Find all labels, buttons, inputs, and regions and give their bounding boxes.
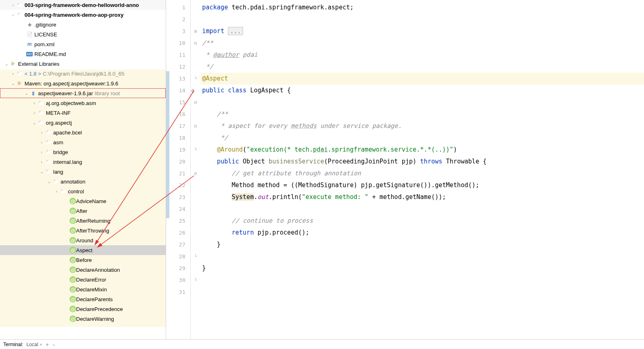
expand-arrow-icon[interactable]: ›	[38, 130, 45, 135]
code-line[interactable]: // get attribute through annotation	[200, 168, 644, 179]
tree-item-label: Aspect	[76, 247, 92, 253]
expand-arrow-icon[interactable]: ›	[31, 111, 38, 115]
terminal-bar[interactable]: Terminal: Local × + ⌄	[0, 339, 644, 349]
code-line[interactable]: Method method = ((MethodSignature) pjp.g…	[200, 179, 644, 191]
code-line[interactable]: System.out.println("execute method: " + …	[200, 191, 644, 203]
tree-item-label: pom.xml	[34, 41, 54, 47]
tree-item-asm[interactable]: ›asm	[0, 137, 166, 147]
tree-item--gitignore[interactable]: .gitignore	[0, 20, 166, 29]
tree-item-aspectjweaver-1-9-6-jar[interactable]: ⌄▮aspectjweaver-1.9.6.jarlibrary root	[0, 88, 166, 98]
library-icon	[10, 60, 16, 67]
code-line[interactable]: * @author pdai	[200, 49, 644, 61]
expand-arrow-icon[interactable]: ›	[10, 13, 16, 17]
tree-item-before[interactable]: @Before	[0, 255, 166, 265]
tree-item-annotation[interactable]: ⌄annotation	[0, 177, 166, 186]
code-line[interactable]: return pjp.proceed();	[200, 227, 644, 239]
code-line[interactable]	[200, 13, 644, 25]
code-line[interactable]	[200, 286, 644, 298]
tree-item-lang[interactable]: ⌄lang	[0, 167, 166, 177]
tree-item-004-spring-framework-demo-aop-proxy[interactable]: ›004-spring-framework-demo-aop-proxy	[0, 10, 166, 20]
tree-item-declareerror[interactable]: @DeclareError	[0, 275, 166, 284]
expand-arrow-icon[interactable]: ›	[10, 72, 16, 76]
code-line[interactable]: // continue to process	[200, 215, 644, 227]
tree-item-label: annotation	[61, 179, 86, 185]
tree-item-declareparents[interactable]: @DeclareParents	[0, 294, 166, 304]
expand-arrow-icon[interactable]: ›	[38, 140, 45, 145]
expand-arrow-icon[interactable]: ⌄	[3, 62, 10, 66]
expand-arrow-icon[interactable]: ⌄	[23, 91, 30, 96]
expand-arrow-icon[interactable]: ›	[38, 150, 45, 154]
tree-item-after[interactable]: @After	[0, 206, 166, 216]
code-line[interactable]: package tech.pdai.springframework.aspect…	[200, 2, 644, 13]
code-line[interactable]: @Around("execution(* tech.pdai.springfra…	[200, 144, 644, 156]
maven-icon	[26, 41, 33, 47]
tree-item-declareannotation[interactable]: @DeclareAnnotation	[0, 265, 166, 275]
code-line[interactable]: /**	[200, 37, 644, 49]
tree-item-aj-org-objectweb-asm[interactable]: ›aj.org.objectweb.asm	[0, 98, 166, 108]
code-line[interactable]: }	[200, 239, 644, 251]
tree-item-label: lang	[53, 169, 63, 175]
tree-item-003-spring-framework-demo-helloworld-anno[interactable]: ›003-spring-framework-demo-helloworld-an…	[0, 0, 166, 10]
tree-item-secondary: C:\Program Files\Java\jdk1.8.0_65	[43, 71, 124, 77]
code-line[interactable]: public Object businessService(Proceeding…	[200, 156, 644, 168]
expand-arrow-icon[interactable]: ›	[38, 160, 45, 164]
tree-item-advicename[interactable]: @AdviceName	[0, 196, 166, 206]
tree-item-org-aspectj[interactable]: ⌄org.aspectj	[0, 118, 166, 128]
code-line[interactable]: public class LogAspect {	[200, 85, 644, 96]
tree-item-label: < 1.8 >	[25, 71, 41, 77]
tree-item-declarewarning[interactable]: @DeclareWarning	[0, 314, 166, 324]
annotation-icon: @	[70, 286, 76, 293]
code-line[interactable]: import ...	[200, 25, 644, 37]
tree-item-pom-xml[interactable]: pom.xml	[0, 39, 166, 49]
code-line[interactable]: @Aspect	[200, 73, 644, 85]
expand-arrow-icon[interactable]: ⌄	[38, 170, 45, 174]
expand-arrow-icon[interactable]: ›	[10, 3, 16, 7]
expand-arrow-icon[interactable]: ›	[53, 189, 60, 194]
tree-item-aspect[interactable]: @Aspect	[0, 245, 166, 255]
tree-item-internal-lang[interactable]: ›internal.lang	[0, 157, 166, 167]
expand-arrow-icon[interactable]: ›	[31, 101, 38, 105]
code-line[interactable]	[200, 96, 644, 108]
expand-arrow-icon[interactable]: ⌄	[31, 121, 38, 125]
expand-arrow-icon[interactable]: ⌄	[46, 179, 52, 184]
code-line[interactable]	[200, 203, 644, 215]
folder-icon	[45, 168, 52, 175]
terminal-tab-local[interactable]: Local ×	[27, 342, 42, 347]
annotation-icon: @	[70, 217, 76, 224]
tree-item-meta-inf[interactable]: ›META-INF	[0, 108, 166, 118]
code-area[interactable]: package tech.pdai.springframework.aspect…	[200, 0, 644, 339]
annotation-icon: @	[70, 198, 76, 204]
fold-column[interactable]: ⊞⊟└@⊟⊟└⊟└└	[191, 0, 200, 339]
folder-icon	[16, 70, 23, 77]
code-line[interactable]: */	[200, 61, 644, 73]
code-line[interactable]: */	[200, 132, 644, 144]
tree-item-readme-md[interactable]: README.md	[0, 49, 166, 59]
add-terminal-icon[interactable]: +	[45, 341, 49, 348]
tree-item-control[interactable]: ›control	[0, 186, 166, 196]
tree-item-bridge[interactable]: ›bridge	[0, 147, 166, 157]
tree-item-license[interactable]: LICENSE	[0, 29, 166, 39]
line-number-gutter: 1231011121314151617181920212223242526272…	[166, 0, 191, 339]
tree-item-external-libraries[interactable]: ⌄External Libraries	[0, 59, 166, 69]
code-line[interactable]	[200, 274, 644, 286]
tree-item-around[interactable]: @Around	[0, 235, 166, 245]
code-line[interactable]: /**	[200, 108, 644, 120]
tree-item-declaremixin[interactable]: @DeclareMixin	[0, 284, 166, 294]
tree-item-label: DeclareAnnotation	[76, 267, 120, 273]
tree-item-afterreturning[interactable]: @AfterReturning	[0, 216, 166, 226]
annotation-icon: @	[70, 306, 76, 312]
code-line[interactable]: * aspect for every methods under service…	[200, 120, 644, 132]
code-line[interactable]: }	[200, 262, 644, 274]
tree-item-maven-org-aspectj-aspectjweaver-1-9-6[interactable]: ⌄Maven: org.aspectj:aspectjweaver:1.9.6	[0, 78, 166, 88]
tree-item-afterthrowing[interactable]: @AfterThrowing	[0, 226, 166, 235]
tree-item-apache-bcel[interactable]: ›apache.bcel	[0, 128, 166, 137]
tree-item-declareprecedence[interactable]: @DeclarePrecedence	[0, 304, 166, 314]
code-line[interactable]	[200, 251, 644, 262]
folder-icon	[60, 188, 66, 195]
tree-item-label: AfterReturning	[76, 218, 110, 224]
expand-arrow-icon[interactable]: ⌄	[10, 81, 16, 86]
chevron-down-icon[interactable]: ⌄	[52, 342, 56, 347]
tree-item--1-8-[interactable]: ›< 1.8 >C:\Program Files\Java\jdk1.8.0_6…	[0, 69, 166, 78]
tree-item-label: README.md	[34, 51, 66, 57]
terminal-label: Terminal:	[3, 342, 23, 347]
